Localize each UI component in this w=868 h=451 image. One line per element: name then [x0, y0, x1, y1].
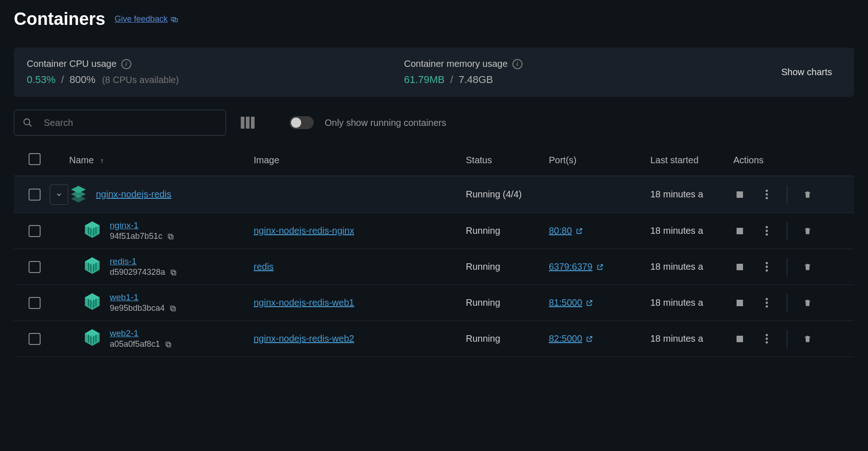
table-header-row: Name ↑ Image Status Port(s) Last started…: [14, 145, 854, 176]
action-divider: [787, 258, 787, 276]
sort-arrow-icon: ↑: [100, 157, 104, 165]
header-image[interactable]: Image: [254, 155, 466, 166]
copy-icon[interactable]: [170, 269, 177, 276]
container-name-link[interactable]: redis-1: [110, 256, 177, 267]
group-name-link[interactable]: nginx-nodejs-redis: [96, 189, 171, 200]
trash-icon: [803, 262, 812, 272]
cpu-total: 800%: [70, 74, 95, 85]
header-ports[interactable]: Port(s): [549, 155, 650, 166]
select-all-checkbox[interactable]: [29, 153, 41, 165]
table-row: redis-1 d5902974328a redis Running 6379:…: [14, 249, 854, 285]
search-box[interactable]: [14, 110, 226, 136]
last-started: 18 minutes a: [650, 226, 733, 236]
container-status: Running: [466, 226, 549, 236]
table-row: web2-1 a05a0f5af8c1 nginx-nodejs-redis-w…: [14, 321, 854, 357]
svg-rect-21: [172, 271, 176, 275]
show-charts-button[interactable]: Show charts: [781, 67, 832, 77]
search-input[interactable]: [44, 118, 217, 128]
action-divider: [787, 222, 787, 240]
last-started: 18 minutes a: [650, 261, 733, 272]
container-name-link[interactable]: web2-1: [110, 328, 172, 338]
header-actions: Actions: [733, 155, 854, 166]
header-name[interactable]: Name ↑: [69, 155, 254, 166]
svg-point-2: [24, 119, 30, 125]
svg-rect-14: [168, 234, 172, 237]
feedback-icon: [171, 16, 178, 23]
cpu-sep: /: [61, 74, 64, 85]
container-name-link[interactable]: nginx-1: [110, 220, 174, 231]
cpu-label: Container CPU usage: [27, 59, 117, 69]
columns-button[interactable]: [237, 113, 258, 132]
container-icon: [83, 328, 101, 349]
svg-rect-13: [169, 235, 173, 239]
more-button[interactable]: [760, 261, 773, 273]
copy-icon[interactable]: [165, 341, 172, 348]
external-link-icon: [586, 335, 593, 343]
more-button[interactable]: [760, 332, 773, 345]
stats-panel: Container CPU usage i 0.53% / 800% (8 CP…: [14, 47, 854, 97]
stop-button[interactable]: [733, 225, 746, 237]
page-title: Containers: [14, 9, 105, 29]
container-status: Running: [466, 261, 549, 272]
memory-sep: /: [450, 74, 453, 85]
trash-icon: [803, 334, 812, 344]
stop-button[interactable]: [733, 261, 746, 273]
row-checkbox[interactable]: [29, 225, 41, 237]
row-checkbox[interactable]: [29, 297, 41, 309]
image-link[interactable]: nginx-nodejs-redis-nginx: [254, 226, 354, 236]
running-only-toggle[interactable]: [290, 116, 314, 129]
row-checkbox[interactable]: [29, 333, 41, 345]
table-row: nginx-1 94f51ab7b51c nginx-nodejs-redis-…: [14, 213, 854, 249]
copy-icon[interactable]: [169, 305, 177, 312]
svg-line-3: [29, 124, 32, 127]
svg-rect-38: [166, 342, 170, 345]
search-icon: [23, 118, 33, 128]
feedback-link[interactable]: Give feedback: [114, 14, 178, 24]
container-hash: a05a0f5af8c1: [110, 339, 172, 349]
stop-button[interactable]: [733, 297, 746, 309]
image-link[interactable]: nginx-nodejs-redis-web1: [254, 297, 354, 308]
port-link[interactable]: 82:5000: [549, 333, 650, 344]
header-status[interactable]: Status: [466, 155, 549, 166]
row-checkbox[interactable]: [29, 189, 41, 201]
copy-icon[interactable]: [167, 233, 174, 240]
container-icon: [83, 256, 101, 277]
more-button[interactable]: [760, 225, 773, 237]
delete-button[interactable]: [801, 261, 814, 273]
info-icon[interactable]: i: [512, 59, 523, 69]
svg-marker-6: [71, 195, 86, 202]
action-divider: [787, 185, 787, 204]
port-link[interactable]: 80:80: [549, 226, 650, 236]
trash-icon: [803, 226, 812, 236]
row-checkbox[interactable]: [29, 261, 41, 273]
image-link[interactable]: nginx-nodejs-redis-web2: [254, 333, 354, 344]
container-name-link[interactable]: web1-1: [110, 292, 177, 303]
expand-button[interactable]: [50, 184, 68, 205]
port-link[interactable]: 81:5000: [549, 297, 650, 308]
container-status: Running: [466, 297, 549, 308]
stop-button[interactable]: [733, 188, 746, 201]
info-icon[interactable]: i: [121, 59, 131, 69]
port-link[interactable]: 6379:6379: [549, 261, 650, 272]
delete-button[interactable]: [801, 297, 814, 309]
svg-rect-22: [171, 270, 175, 273]
delete-button[interactable]: [801, 332, 814, 345]
container-icon: [83, 292, 101, 313]
delete-button[interactable]: [801, 188, 814, 201]
cpu-stat: Container CPU usage i 0.53% / 800% (8 CP…: [27, 59, 404, 86]
stack-icon: [69, 184, 88, 205]
header-last-started[interactable]: Last started: [650, 155, 733, 166]
more-button[interactable]: [760, 188, 773, 201]
toggle-label: Only show running containers: [325, 118, 446, 128]
image-link[interactable]: redis: [254, 261, 273, 272]
svg-rect-37: [167, 343, 171, 347]
containers-table: Name ↑ Image Status Port(s) Last started…: [14, 145, 854, 357]
action-divider: [787, 294, 787, 312]
delete-button[interactable]: [801, 225, 814, 237]
more-button[interactable]: [760, 297, 773, 309]
stop-button[interactable]: [733, 332, 746, 345]
external-link-icon: [586, 299, 593, 307]
external-link-icon: [576, 227, 583, 235]
memory-used: 61.79MB: [404, 74, 445, 85]
memory-stat: Container memory usage i 61.79MB / 7.48G…: [404, 59, 781, 86]
